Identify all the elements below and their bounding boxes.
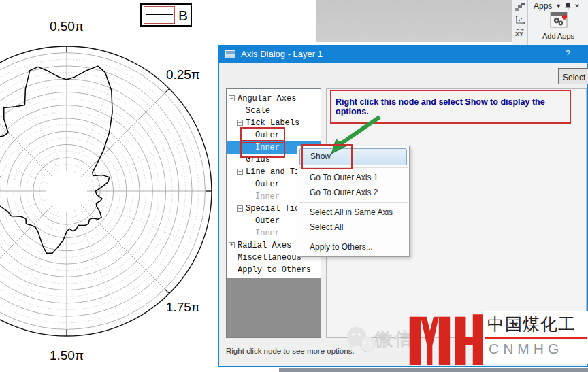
context-menu: ShowGo To Outer Axis 1Go To Outer Axis 2… bbox=[297, 146, 410, 257]
layer-contents-icon[interactable] bbox=[514, 2, 525, 12]
origin-workspace: 0.50π0.25π1.75π1.50π B XY Apps ▼ bbox=[0, 0, 588, 372]
angular-tick-label: 0.50π bbox=[50, 19, 84, 33]
dialog-title-bar[interactable]: Axis Dialog - Layer 1 ? bbox=[219, 45, 587, 63]
apps-panel-header: Apps ▼ ✕ bbox=[528, 0, 588, 11]
chevron-down-icon[interactable]: ▼ bbox=[555, 3, 561, 10]
company-logo-icon bbox=[408, 311, 485, 371]
tree-item-angular-axes[interactable]: −Angular Axes bbox=[227, 92, 321, 105]
watermark-red-rule bbox=[485, 337, 587, 339]
tree-item-label: Tick Labels bbox=[246, 118, 299, 128]
company-watermark: 中国煤化工 CNMHG bbox=[483, 311, 588, 364]
add-apps-label: Add Apps bbox=[528, 32, 588, 40]
tree-item-scale[interactable]: Scale bbox=[227, 105, 321, 117]
menu-item-apply-to-others-[interactable]: Apply to Others... bbox=[297, 239, 409, 254]
menu-item-go-to-outer-axis-1[interactable]: Go To Outer Axis 1 bbox=[297, 170, 409, 185]
angular-tick-label: 1.75π bbox=[166, 300, 200, 314]
menu-item-go-to-outer-axis-2[interactable]: Go To Outer Axis 2 bbox=[297, 185, 409, 200]
angular-tick-label: 0.25π bbox=[166, 67, 200, 82]
tree-disabled-area bbox=[227, 278, 321, 337]
company-name-cjk: 中国煤化工 bbox=[487, 313, 588, 335]
tree-item-label: Apply to Others bbox=[238, 265, 311, 275]
close-icon[interactable]: ✕ bbox=[574, 3, 580, 10]
tree-item-label: Outer bbox=[255, 180, 280, 189]
legend-series-label: B bbox=[178, 8, 188, 22]
help-button[interactable]: ? bbox=[566, 48, 570, 58]
apps-panel-title: Apps bbox=[534, 1, 552, 11]
tree-item-tick-labels[interactable]: −Tick Labels bbox=[227, 117, 321, 129]
collapse-icon[interactable]: − bbox=[237, 205, 243, 212]
svg-text:XY: XY bbox=[515, 31, 523, 37]
tree-item-label: Angular Axes bbox=[238, 94, 296, 103]
angular-tick-label: 1.50π bbox=[50, 348, 84, 362]
tree-item-label: Inner bbox=[255, 192, 280, 201]
series-line-icon bbox=[146, 14, 173, 15]
apps-panel: Apps ▼ ✕ Add Apps bbox=[527, 0, 588, 45]
rescale-axes-icon[interactable] bbox=[514, 15, 525, 25]
series-B-curve[interactable] bbox=[0, 66, 112, 253]
vertical-toolbar: XY bbox=[512, 0, 527, 45]
expand-icon[interactable]: + bbox=[229, 242, 235, 248]
tree-item-label: Grids bbox=[246, 155, 270, 165]
tree-item-label: Outer bbox=[255, 131, 280, 140]
add-apps-icon bbox=[549, 11, 568, 29]
menu-item-select-all-in-same-axis[interactable]: Select All in Same Axis bbox=[297, 205, 409, 220]
menu-item-select-all[interactable]: Select All bbox=[297, 220, 409, 235]
menu-separator bbox=[299, 202, 408, 203]
collapse-icon[interactable]: − bbox=[229, 95, 235, 101]
select-columns-button[interactable]: Select C bbox=[558, 68, 588, 84]
wechat-watermark-text: 微信 bbox=[374, 326, 413, 352]
tree-item-label: Scale bbox=[246, 106, 270, 116]
annotation-arrow-icon bbox=[320, 112, 388, 158]
tree-item-label: Radial Axes bbox=[238, 241, 291, 250]
wechat-icon bbox=[342, 325, 377, 356]
tree-item-label: Inner bbox=[255, 229, 280, 238]
dialog-window-icon bbox=[225, 50, 235, 58]
tree-item-label: Outer bbox=[255, 216, 280, 226]
dialog-title: Axis Dialog - Layer 1 bbox=[241, 49, 323, 59]
legend-line-sample bbox=[144, 6, 175, 24]
tree-item-apply-to-others[interactable]: Apply to Others bbox=[227, 264, 321, 276]
pin-icon[interactable] bbox=[565, 3, 571, 10]
tree-item-label: Inner bbox=[255, 143, 280, 152]
collapse-icon[interactable]: − bbox=[237, 120, 243, 126]
dialog-status-text: Right click node to see more options. bbox=[226, 347, 355, 355]
legend-box[interactable]: B bbox=[140, 3, 192, 27]
xy-scale-icon[interactable]: XY bbox=[514, 28, 525, 38]
workspace-background bbox=[316, 0, 512, 42]
menu-separator bbox=[299, 237, 408, 237]
tree-item-outer[interactable]: Outer bbox=[227, 129, 321, 141]
add-apps-button[interactable]: Add Apps bbox=[528, 11, 588, 40]
menu-separator bbox=[299, 167, 408, 168]
tree-item-label: Miscellaneous bbox=[238, 253, 301, 263]
polar-chart: 0.50π0.25π1.75π1.50π bbox=[0, 0, 225, 372]
company-name-latin: CNMHG bbox=[489, 341, 588, 357]
collapse-icon[interactable]: − bbox=[237, 169, 243, 175]
